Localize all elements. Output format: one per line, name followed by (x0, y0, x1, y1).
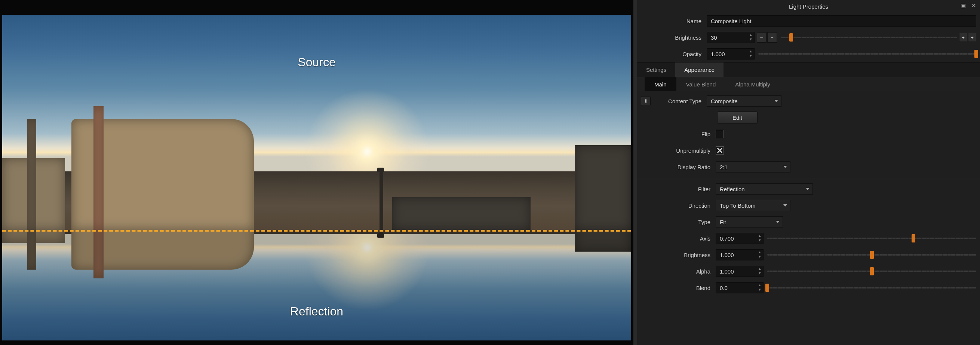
axis-input[interactable] (716, 233, 764, 244)
blend-slider[interactable] (767, 283, 976, 293)
row-filter: Filter Reflection (637, 181, 980, 197)
name-label: Name (641, 18, 707, 24)
download-icon[interactable]: ⬇ (641, 96, 651, 106)
unpremultiply-label: Unpremultiply (641, 147, 716, 154)
content-type-select[interactable]: Composite (707, 96, 781, 107)
row-edit: Edit (637, 109, 980, 126)
column-2 (94, 106, 103, 230)
row-brightness2: Brightness ▲▼ (637, 247, 980, 263)
properties-panel: Light Properties ▣ ✕ Name Brightness ▲▼ … (637, 0, 980, 345)
row-content-type: ⬇ Content Type Composite (637, 93, 980, 109)
filter-label: Filter (641, 186, 716, 192)
display-ratio-select[interactable]: 2:1 (716, 161, 791, 172)
building-right (575, 145, 631, 230)
row-name: Name (637, 13, 980, 29)
spin-down-icon[interactable]: ▼ (757, 271, 762, 276)
undock-icon[interactable]: ▣ (960, 2, 967, 9)
row-brightness: Brightness ▲▼ − − + + (637, 29, 980, 46)
row-axis: Axis ▲▼ (637, 230, 980, 247)
preview-canvas[interactable]: Source Reflection (2, 15, 631, 340)
type-value: Fit (720, 219, 726, 225)
chevron-down-icon (774, 100, 778, 102)
axis-label: Axis (641, 235, 716, 242)
brightness2-label: Brightness (641, 252, 716, 258)
spin-down-icon[interactable]: ▼ (749, 37, 753, 42)
panel-title: Light Properties (789, 3, 828, 10)
alpha-input[interactable] (716, 266, 764, 277)
row-flip: Flip (637, 126, 980, 142)
display-ratio-label: Display Ratio (641, 164, 716, 170)
reflection-region (2, 230, 631, 340)
spin-up-icon[interactable]: ▲ (757, 267, 762, 271)
row-alpha: Alpha ▲▼ (637, 263, 980, 280)
spin-down-icon[interactable]: ▼ (757, 255, 762, 259)
source-label: Source (298, 55, 336, 69)
building-far (392, 197, 531, 230)
chevron-down-icon (776, 221, 780, 223)
top-tabs: Settings Appearance (637, 62, 980, 77)
row-unpremultiply: Unpremultiply (637, 142, 980, 159)
close-icon[interactable]: ✕ (970, 2, 977, 9)
chevron-down-icon (783, 166, 787, 168)
direction-value: Top To Bottom (720, 203, 756, 209)
brightness-label: Brightness (641, 34, 707, 41)
panel-header: Light Properties ▣ ✕ (637, 0, 980, 13)
flip-checkbox[interactable] (716, 130, 724, 138)
content-type-value: Composite (711, 98, 738, 104)
brightness-plus-coarse[interactable]: + (968, 33, 976, 42)
opacity-slider[interactable] (758, 49, 976, 59)
filter-select[interactable]: Reflection (716, 183, 813, 195)
direction-select[interactable]: Top To Bottom (716, 200, 791, 211)
spin-up-icon[interactable]: ▲ (757, 283, 762, 288)
filter-value: Reflection (720, 186, 745, 192)
type-select[interactable]: Fit (716, 216, 783, 227)
opacity-input[interactable] (707, 48, 754, 59)
spin-up-icon[interactable]: ▲ (749, 33, 753, 37)
spin-up-icon[interactable]: ▲ (757, 250, 762, 255)
row-blend: Blend ▲▼ (637, 280, 980, 296)
axis-divider[interactable] (2, 230, 631, 232)
type-label: Type (641, 219, 716, 225)
spin-up-icon[interactable]: ▲ (757, 234, 762, 238)
brightness2-slider[interactable] (767, 249, 976, 260)
brightness-minus-fine[interactable]: − (767, 32, 777, 43)
alpha-label: Alpha (641, 268, 716, 275)
tab-appearance[interactable]: Appearance (675, 62, 724, 77)
axis-slider[interactable] (767, 233, 976, 244)
preview-pane: Source Reflection (0, 0, 633, 345)
spin-down-icon[interactable]: ▼ (757, 238, 762, 243)
column-1 (27, 119, 36, 230)
row-direction: Direction Top To Bottom (637, 197, 980, 214)
sub-tabs: Main Value Blend Alpha Multiply (637, 77, 980, 91)
alpha-slider[interactable] (767, 266, 976, 276)
brightness-input[interactable] (707, 32, 754, 43)
chevron-down-icon (806, 188, 810, 190)
pane-splitter[interactable] (633, 0, 637, 345)
reflection-label: Reflection (290, 305, 343, 318)
spin-down-icon[interactable]: ▼ (749, 54, 753, 58)
unpremultiply-checkbox[interactable] (716, 146, 724, 155)
direction-label: Direction (641, 203, 716, 209)
spin-down-icon[interactable]: ▼ (757, 288, 762, 292)
brightness-minus-coarse[interactable]: − (757, 32, 767, 43)
subtab-main[interactable]: Main (644, 77, 676, 91)
lamp-post (380, 171, 383, 230)
opacity-label: Opacity (641, 51, 707, 57)
blend-input[interactable] (716, 282, 764, 293)
subtab-alpha-multiply[interactable]: Alpha Multiply (725, 77, 780, 91)
brightness-plus-fine[interactable]: + (959, 33, 967, 42)
group-content: ⬇ Content Type Composite Edit Flip Unpre… (637, 91, 980, 179)
subtab-value-blend[interactable]: Value Blend (676, 77, 726, 91)
brightness2-input[interactable] (716, 249, 764, 260)
name-input[interactable] (707, 15, 976, 27)
row-opacity: Opacity ▲▼ (637, 46, 980, 62)
group-filter: Filter Reflection Direction Top To Botto… (637, 179, 980, 300)
brightness-slider[interactable] (781, 32, 957, 43)
edit-button[interactable]: Edit (717, 112, 757, 123)
blend-label: Blend (641, 285, 716, 291)
spin-up-icon[interactable]: ▲ (749, 50, 753, 54)
display-ratio-value: 2:1 (720, 164, 728, 170)
row-type: Type Fit (637, 214, 980, 230)
row-display-ratio: Display Ratio 2:1 (637, 159, 980, 175)
tab-settings[interactable]: Settings (637, 62, 675, 77)
